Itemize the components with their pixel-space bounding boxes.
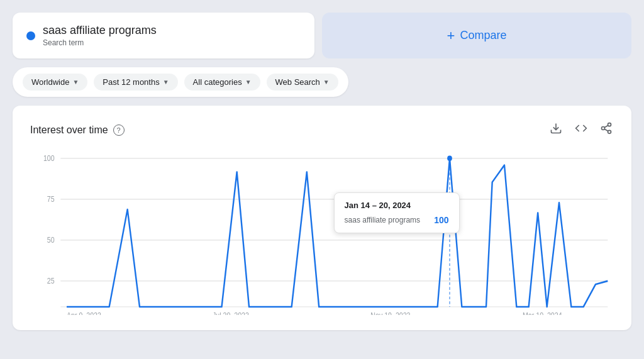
- embed-button[interactable]: [574, 121, 589, 139]
- chart-title: Interest over time: [30, 124, 108, 136]
- svg-text:Mar 10, 2024: Mar 10, 2024: [523, 312, 562, 315]
- chart-svg: 100 75 50 25 Apr 9, 2023 Jul 30, 2023 No…: [30, 152, 614, 315]
- compare-card[interactable]: + Compare: [322, 13, 631, 58]
- chart-actions: [548, 121, 614, 139]
- svg-text:Nov 19, 2023: Nov 19, 2023: [370, 312, 410, 315]
- share-button[interactable]: [599, 121, 614, 139]
- svg-line-4: [604, 129, 608, 131]
- svg-text:100: 100: [43, 155, 55, 163]
- svg-text:Apr 9, 2023: Apr 9, 2023: [67, 312, 101, 315]
- svg-point-1: [608, 123, 611, 126]
- chevron-down-icon: ▼: [323, 79, 330, 86]
- search-term-card: saas affiliate programs Search term: [13, 13, 314, 58]
- svg-text:50: 50: [47, 236, 55, 245]
- search-term-label: Search term: [43, 38, 157, 47]
- svg-line-5: [604, 125, 608, 127]
- svg-text:Jul 30, 2023: Jul 30, 2023: [213, 312, 249, 315]
- svg-text:25: 25: [47, 277, 55, 285]
- download-button[interactable]: [548, 121, 564, 139]
- chart-card: Interest over time ?: [13, 106, 631, 330]
- categories-filter[interactable]: All categories ▼: [184, 74, 260, 91]
- search-term-name: saas affiliate programs: [43, 24, 157, 37]
- chevron-down-icon: ▼: [245, 79, 252, 86]
- svg-text:75: 75: [47, 196, 55, 204]
- chart-area: 100 75 50 25 Apr 9, 2023 Jul 30, 2023 No…: [30, 152, 614, 315]
- chevron-down-icon: ▼: [163, 79, 169, 86]
- search-term-text: saas affiliate programs Search term: [43, 24, 157, 47]
- compare-label: Compare: [460, 29, 506, 42]
- chart-title-row: Interest over time ?: [30, 124, 125, 136]
- chart-header: Interest over time ?: [30, 121, 614, 139]
- term-color-dot: [26, 31, 35, 40]
- svg-point-2: [602, 127, 605, 130]
- worldwide-filter[interactable]: Worldwide ▼: [23, 74, 87, 91]
- filters-row: Worldwide ▼ Past 12 months ▼ All categor…: [13, 67, 348, 97]
- compare-plus-icon: +: [447, 28, 455, 44]
- compare-inner: + Compare: [447, 28, 507, 44]
- chevron-down-icon: ▼: [72, 79, 79, 86]
- help-icon[interactable]: ?: [113, 124, 125, 136]
- search-type-filter[interactable]: Web Search ▼: [267, 74, 338, 91]
- svg-point-20: [447, 156, 452, 162]
- svg-point-3: [608, 130, 611, 133]
- time-range-filter[interactable]: Past 12 months ▼: [94, 74, 177, 91]
